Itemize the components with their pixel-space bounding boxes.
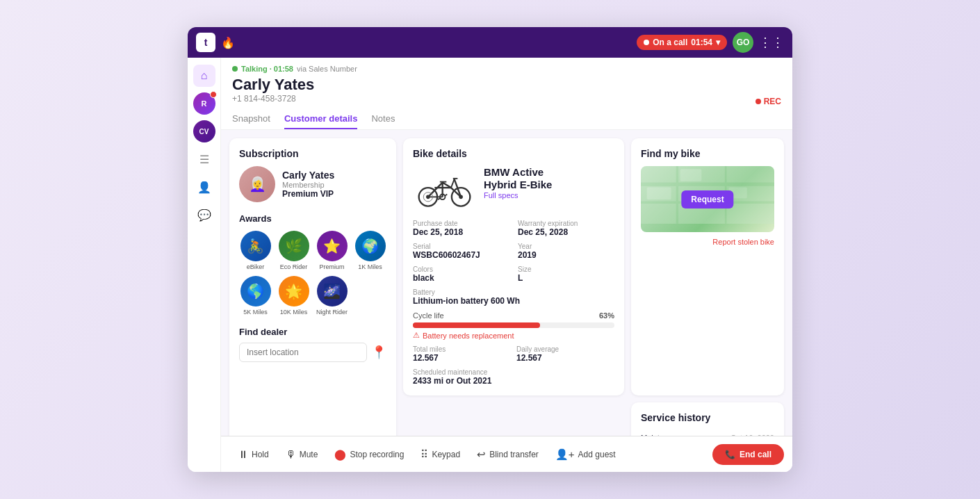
membership-label: Membership bbox=[282, 181, 334, 189]
award-5k: 🌎 5K Miles bbox=[239, 276, 272, 316]
svg-line-18 bbox=[445, 194, 447, 195]
purchase-date-value: Dec 25, 2018 bbox=[413, 227, 509, 237]
sidebar: ⌂ R CV ☰ 👤 💬 bbox=[188, 58, 221, 472]
battery-value: Lithium-ion battery 600 Wh bbox=[413, 296, 614, 306]
tab-snapshot[interactable]: Snapshot bbox=[232, 109, 270, 129]
bike-image bbox=[413, 166, 475, 211]
fire-icon: 🔥 bbox=[221, 36, 235, 49]
cycle-life-pct: 63% bbox=[599, 311, 614, 320]
mute-label: Mute bbox=[300, 450, 318, 459]
menu-icon[interactable]: ⋮⋮ bbox=[759, 35, 784, 50]
serial-label: Serial bbox=[413, 243, 509, 250]
contact-header: Talking · 01:58 via Sales Number Carly Y… bbox=[221, 58, 792, 130]
location-pin-icon[interactable]: 📍 bbox=[371, 345, 386, 360]
warning-icon: ⚠ bbox=[413, 331, 420, 340]
talking-badge: Talking · 01:58 via Sales Number bbox=[232, 65, 781, 73]
award-label-10k: 10K Miles bbox=[280, 309, 308, 316]
subscriber-info: 👩‍🦳 Carly Yates Membership Premium VIP bbox=[239, 166, 386, 202]
rec-badge: REC bbox=[756, 97, 781, 106]
top-bar: t 🔥 On a call 01:54 ▾ GO ⋮⋮ bbox=[188, 27, 792, 58]
battery-warning: ⚠ Battery needs replacement bbox=[413, 331, 614, 340]
end-call-label: End call bbox=[740, 450, 771, 459]
awards-grid: 🚴 eBiker 🌿 Eco Rider ⭐ Premium 🌍 bbox=[239, 231, 386, 316]
svg-rect-27 bbox=[647, 188, 671, 199]
hold-label: Hold bbox=[252, 450, 269, 459]
battery-label: Battery bbox=[413, 288, 614, 296]
top-bar-right: On a call 01:54 ▾ GO ⋮⋮ bbox=[637, 32, 784, 53]
sidebar-item-contacts[interactable]: 👤 bbox=[193, 176, 215, 198]
battery-field: Battery Lithium-ion battery 600 Wh bbox=[413, 288, 614, 306]
dealer-location-input[interactable] bbox=[239, 343, 367, 362]
keypad-button[interactable]: ⠿ Keypad bbox=[412, 444, 468, 465]
add-guest-button[interactable]: 👤+ Add guest bbox=[547, 444, 624, 465]
go-avatar[interactable]: GO bbox=[733, 32, 753, 53]
mute-icon: 🎙 bbox=[286, 448, 296, 460]
subscriber-name: Carly Yates bbox=[282, 170, 334, 181]
bike-header: BMW Active Hybrid E-Bike Full specs bbox=[413, 166, 614, 211]
stop-recording-label: Stop recording bbox=[350, 450, 404, 459]
warranty-field: Warranty expiration Dec 25, 2028 bbox=[518, 220, 614, 237]
service-items-list: Maintenance Oct 16, 2020 Battery check-u… bbox=[641, 430, 774, 436]
bike-details-card: Bike details bbox=[403, 138, 624, 395]
maintenance-value: 2433 mi or Out 2021 bbox=[413, 376, 614, 386]
sidebar-item-chat[interactable]: 💬 bbox=[193, 204, 215, 226]
sidebar-item-home[interactable]: ⌂ bbox=[193, 65, 215, 87]
report-stolen-link[interactable]: Report stolen bike bbox=[641, 238, 774, 246]
tab-customer-details[interactable]: Customer details bbox=[284, 109, 357, 129]
contact-name: Carly Yates bbox=[232, 76, 781, 94]
stop-recording-button[interactable]: ⬤ Stop recording bbox=[326, 444, 412, 465]
awards-title: Awards bbox=[239, 213, 386, 224]
purchase-date-field: Purchase date Dec 25, 2018 bbox=[413, 220, 509, 237]
warranty-value: Dec 25, 2028 bbox=[518, 227, 614, 237]
chevron-down-icon[interactable]: ▾ bbox=[716, 38, 720, 47]
mute-button[interactable]: 🎙 Mute bbox=[277, 444, 327, 464]
talking-dot bbox=[232, 66, 238, 72]
award-premium: ⭐ Premium bbox=[316, 231, 348, 270]
cards-area: Subscription 👩‍🦳 Carly Yates Membership … bbox=[221, 130, 792, 436]
5k-icon: 🌎 bbox=[240, 276, 271, 306]
tab-notes[interactable]: Notes bbox=[371, 109, 395, 129]
tab-bar: Snapshot Customer details Notes bbox=[232, 109, 781, 129]
bike-full-specs[interactable]: Full specs bbox=[484, 191, 552, 199]
add-guest-icon: 👤+ bbox=[555, 448, 575, 461]
award-10k: 🌟 10K Miles bbox=[277, 276, 310, 316]
svg-line-17 bbox=[438, 198, 440, 199]
find-bike-title: Find my bike bbox=[641, 148, 774, 159]
size-label: Size bbox=[518, 265, 614, 273]
award-label-ebiker: eBiker bbox=[247, 263, 265, 270]
dealer-input-row: 📍 bbox=[239, 343, 386, 362]
bike-details-title: Bike details bbox=[413, 148, 614, 159]
avatar[interactable]: R bbox=[193, 92, 215, 115]
subscriber-details: Carly Yates Membership Premium VIP bbox=[282, 170, 334, 199]
total-miles-value: 12.567 bbox=[413, 353, 511, 363]
bike-model: Hybrid E-Bike bbox=[484, 179, 552, 191]
10k-icon: 🌟 bbox=[279, 276, 309, 306]
daily-avg-field: Daily average 12.567 bbox=[516, 345, 614, 363]
year-label: Year bbox=[518, 243, 614, 250]
request-button[interactable]: Request bbox=[681, 190, 733, 208]
membership-value: Premium VIP bbox=[282, 189, 334, 199]
via-label: via Sales Number bbox=[297, 65, 357, 73]
service-history-card: Service history Maintenance Oct 16, 2020… bbox=[631, 402, 784, 436]
transfer-icon: ↩ bbox=[477, 448, 486, 461]
cycle-life-row: Cycle life 63% bbox=[413, 311, 614, 320]
maintenance-label: Scheduled maintenance bbox=[413, 368, 614, 376]
subscriber-avatar: 👩‍🦳 bbox=[239, 166, 275, 202]
main-layout: ⌂ R CV ☰ 👤 💬 Talking · 01:58 via Sales N… bbox=[188, 58, 792, 472]
award-label-night: Night Rider bbox=[316, 309, 348, 316]
svg-rect-25 bbox=[680, 170, 702, 181]
award-label-1k: 1K Miles bbox=[358, 263, 382, 270]
colors-label: Colors bbox=[413, 265, 509, 273]
contact-avatar[interactable]: CV bbox=[193, 120, 215, 142]
on-call-badge: On a call 01:54 ▾ bbox=[637, 35, 727, 50]
end-call-button[interactable]: 📞 End call bbox=[712, 444, 784, 465]
eco-icon: 🌿 bbox=[279, 231, 309, 261]
hold-button[interactable]: ⏸ Hold bbox=[229, 444, 277, 464]
colors-field: Colors black bbox=[413, 265, 509, 283]
notification-badge bbox=[210, 91, 217, 98]
award-label-premium: Premium bbox=[319, 263, 344, 270]
blind-transfer-button[interactable]: ↩ Blind transfer bbox=[468, 444, 547, 465]
sidebar-item-list[interactable]: ☰ bbox=[193, 148, 215, 170]
night-icon: 🌌 bbox=[317, 276, 348, 306]
service-item: Maintenance Oct 16, 2020 bbox=[641, 430, 774, 436]
